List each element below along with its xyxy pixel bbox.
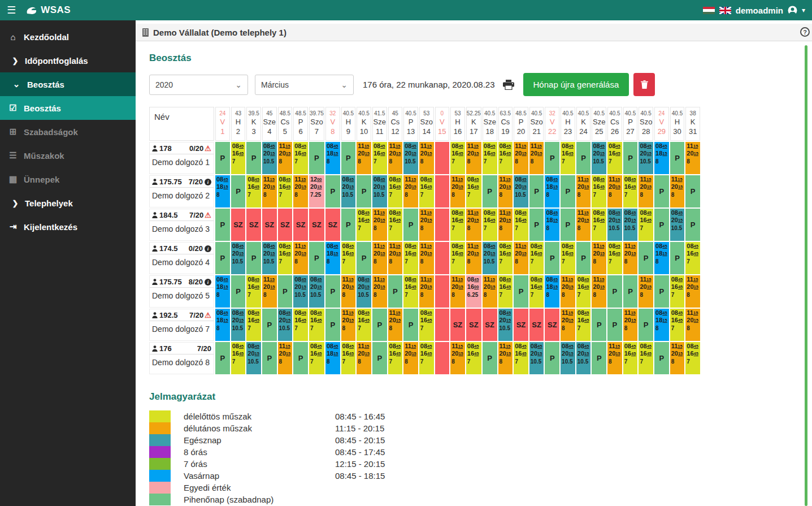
shift-cell[interactable]: 084516457	[639, 209, 653, 241]
shift-cell[interactable]: P	[372, 342, 387, 374]
sidebar-item-beosztas-parent[interactable]: ⌄ Beosztás	[0, 72, 136, 96]
shift-cell[interactable]: 084518158	[215, 275, 230, 308]
shift-cell[interactable]: 084518158	[654, 142, 669, 174]
shift-cell[interactable]: 111520158	[498, 342, 513, 374]
shift-cell[interactable]: 084518158	[215, 175, 230, 207]
shift-cell[interactable]	[435, 242, 450, 274]
shift-cell[interactable]: 111520158	[357, 142, 371, 174]
month-select[interactable]: Március ⌄	[255, 75, 354, 95]
shift-cell[interactable]: 111520158	[466, 209, 481, 241]
shift-cell[interactable]: 084516457	[450, 209, 465, 241]
shift-cell[interactable]: P	[231, 275, 246, 308]
shift-cell[interactable]: SZ	[262, 209, 277, 241]
shift-cell[interactable]: 0845201510.5	[529, 342, 544, 374]
shift-cell[interactable]: 111520158	[419, 209, 434, 241]
sidebar-item-telephelyek[interactable]: ❯ Telephelyek	[0, 191, 136, 215]
shift-cell[interactable]: 0845201510.5	[483, 242, 497, 274]
shift-cell[interactable]: 084516457	[246, 309, 261, 341]
shift-cell[interactable]: 084516457	[388, 209, 403, 241]
shift-cell[interactable]: 111520158	[372, 242, 387, 274]
shift-cell[interactable]: 111520158	[685, 275, 700, 308]
employee-cell[interactable]: 192.57/20⚠Demo dolgozó 7	[149, 309, 214, 341]
shift-cell[interactable]	[435, 275, 450, 308]
shift-cell[interactable]: 0845201510.5	[498, 309, 513, 341]
shift-cell[interactable]: 084516457	[607, 142, 622, 174]
shift-cell[interactable]: SZ	[309, 209, 324, 241]
username[interactable]: demoadmin	[736, 6, 783, 15]
shift-cell[interactable]: 084518158	[654, 242, 669, 274]
shift-cell[interactable]: 084518158	[545, 175, 559, 207]
sidebar-item-idopontfoglalas[interactable]: ❯ Időpontfoglalás	[0, 49, 136, 72]
shift-cell[interactable]: 111520158	[623, 309, 638, 341]
shift-cell[interactable]: SZ	[325, 209, 340, 241]
shift-cell[interactable]: 111520158	[576, 209, 591, 241]
shift-cell[interactable]: 084518158	[325, 242, 340, 274]
shift-cell[interactable]: 0845201510.5	[309, 275, 324, 308]
shift-cell[interactable]: 084516457	[231, 142, 246, 174]
shift-cell[interactable]: 111520158	[639, 175, 653, 207]
shift-cell[interactable]	[435, 142, 450, 174]
shift-cell[interactable]: 084516457	[685, 242, 700, 274]
shift-cell[interactable]: 111520158	[592, 275, 606, 308]
shift-cell[interactable]: P	[325, 175, 340, 207]
year-select[interactable]: 2020 ⌄	[149, 75, 248, 95]
shift-cell[interactable]: SZ	[483, 309, 497, 341]
shift-cell[interactable]: 0845201510.5	[607, 209, 622, 241]
sidebar-item-muszakok[interactable]: ☰ Műszakok	[0, 144, 136, 167]
shift-cell[interactable]: P	[623, 275, 638, 308]
shift-cell[interactable]: 084516457	[309, 342, 324, 374]
shift-cell[interactable]: 111520158	[278, 342, 293, 374]
shift-cell[interactable]: P	[246, 242, 261, 274]
shift-cell[interactable]: P	[623, 142, 638, 174]
sidebar-item-szabadsagok[interactable]: ⊞ Szabadságok	[0, 120, 136, 144]
shift-cell[interactable]: P	[309, 142, 324, 174]
sidebar-item-kezdooldal[interactable]: ⌂ Kezdőoldal	[0, 25, 136, 49]
shift-cell[interactable]: 084516457	[514, 342, 528, 374]
shift-cell[interactable]: 084516457	[623, 175, 638, 207]
shift-cell[interactable]: P	[576, 242, 591, 274]
shift-cell[interactable]: 111520158	[419, 242, 434, 274]
shift-cell[interactable]: 111520158	[388, 309, 403, 341]
employee-cell[interactable]: 175.757/20iDemo dolgozó 2	[149, 175, 214, 207]
shift-cell[interactable]: 084518158	[545, 209, 559, 241]
shift-cell[interactable]: P	[309, 242, 324, 274]
shift-cell[interactable]: P	[607, 309, 622, 341]
shift-cell[interactable]: 0845201510.5	[403, 142, 418, 174]
shift-cell[interactable]: P	[483, 342, 497, 374]
shift-cell[interactable]: SZ	[246, 209, 261, 241]
shift-cell[interactable]: 084516457	[592, 209, 606, 241]
shift-cell[interactable]: 111520158	[466, 242, 481, 274]
shift-cell[interactable]: SZ	[545, 309, 559, 341]
shift-cell[interactable]: P	[278, 275, 293, 308]
shift-cell[interactable]: P	[372, 309, 387, 341]
shift-cell[interactable]: P	[215, 209, 230, 241]
shift-cell[interactable]: 084518158	[654, 309, 669, 341]
shift-cell[interactable]: 111520158	[514, 242, 528, 274]
shift-cell[interactable]: 120020157.25	[309, 175, 324, 207]
shift-cell[interactable]: 084516457	[419, 175, 434, 207]
shift-cell[interactable]: SZ	[278, 209, 293, 241]
shift-cell[interactable]: 111520158	[341, 275, 356, 308]
employee-cell[interactable]: 184.57/20⚠Demo dolgozó 3	[149, 209, 214, 241]
shift-cell[interactable]: P	[545, 142, 559, 174]
sidebar-item-unnepek[interactable]: ▦ Ünnepek	[0, 167, 136, 191]
shift-cell[interactable]: 111520158	[529, 142, 544, 174]
shift-cell[interactable]: 111520158	[419, 142, 434, 174]
shift-cell[interactable]: 084516457	[623, 342, 638, 374]
shift-cell[interactable]: 111520158	[419, 275, 434, 308]
shift-cell[interactable]: P	[685, 209, 700, 241]
shift-cell[interactable]: P	[215, 142, 230, 174]
shift-cell[interactable]: 084516457	[231, 342, 246, 374]
shift-cell[interactable]: 111520158	[466, 142, 481, 174]
shift-cell[interactable]: 084516457	[466, 342, 481, 374]
shift-cell[interactable]: P	[357, 242, 371, 274]
shift-cell[interactable]: 084516457	[372, 142, 387, 174]
sidebar-item-beosztas[interactable]: ☑ Beosztás	[0, 96, 136, 120]
shift-cell[interactable]: 0845201510.5	[341, 175, 356, 207]
shift-cell[interactable]	[435, 309, 450, 341]
shift-cell[interactable]: 084516457	[419, 309, 434, 341]
shift-cell[interactable]: P	[215, 342, 230, 374]
shift-cell[interactable]: 0845201510.5	[623, 209, 638, 241]
shift-cell[interactable]: 111520158	[514, 142, 528, 174]
shift-cell[interactable]: P	[529, 209, 544, 241]
